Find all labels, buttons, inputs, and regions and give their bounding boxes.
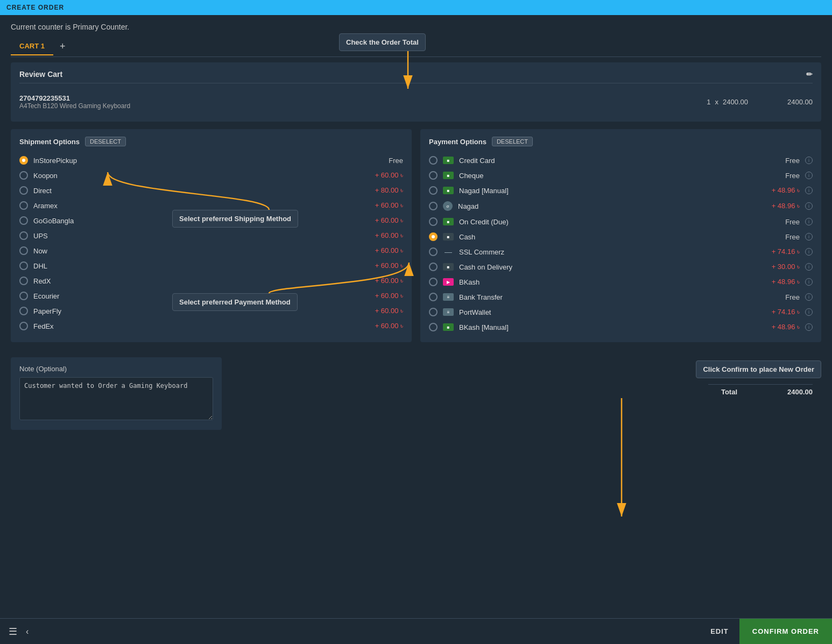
- payment-radio-10[interactable]: [429, 308, 438, 316]
- shipment-option-row[interactable]: RedX+ 60.00 ৳: [19, 273, 403, 288]
- review-cart-panel: Review Cart ✏ 2704792235531 A4Tech B120 …: [11, 62, 821, 122]
- options-grid: Shipment Options DESELECT InStorePickupF…: [11, 129, 821, 342]
- cart-item-name: A4Tech B120 Wired Gaming Keyboard: [19, 102, 696, 110]
- payment-option-row[interactable]: —SSL Commerz+ 74.16 ৳i: [429, 244, 813, 259]
- payment-option-row[interactable]: ■ChequeFreei: [429, 168, 813, 183]
- shipment-option-price: + 60.00 ৳: [375, 322, 403, 330]
- payment-option-row[interactable]: σNagad+ 48.96 ৳i: [429, 198, 813, 214]
- shipment-radio-0[interactable]: [19, 156, 28, 165]
- payment-option-price: + 48.96 ৳: [772, 202, 800, 210]
- shipment-option-price: + 60.00 ৳: [375, 261, 403, 270]
- payment-option-row[interactable]: ■On Credit (Due)Freei: [429, 214, 813, 229]
- payment-option-label: BKash [Manual]: [459, 323, 766, 331]
- payment-option-price: Free: [785, 157, 800, 165]
- payment-info-icon[interactable]: i: [805, 323, 813, 331]
- payment-option-price: + 74.16 ৳: [772, 308, 800, 316]
- payment-info-icon[interactable]: i: [805, 248, 813, 256]
- shipment-radio-5[interactable]: [19, 231, 28, 240]
- confirm-order-button[interactable]: CONFIRM ORDER: [739, 619, 832, 644]
- note-label: Note (Optional): [19, 365, 213, 373]
- payment-option-row[interactable]: ≡Bank TransferFreei: [429, 289, 813, 305]
- back-icon[interactable]: ‹: [26, 627, 29, 636]
- payment-radio-0[interactable]: [429, 156, 438, 165]
- shipment-option-label: Koopon: [33, 172, 370, 180]
- payment-radio-6[interactable]: [429, 247, 438, 256]
- payment-option-row[interactable]: ■Credit CardFreei: [429, 153, 813, 168]
- payment-radio-7[interactable]: [429, 263, 438, 271]
- payment-icon-gray: ≡: [443, 293, 454, 301]
- payment-info-icon[interactable]: i: [805, 293, 813, 301]
- payment-info-icon[interactable]: i: [805, 308, 813, 316]
- shipment-radio-3[interactable]: [19, 201, 28, 210]
- shipment-radio-1[interactable]: [19, 171, 28, 180]
- payment-option-price: + 48.96 ৳: [772, 186, 800, 195]
- edit-pencil-icon[interactable]: ✏: [806, 70, 813, 79]
- shipment-radio-7[interactable]: [19, 261, 28, 270]
- shipment-option-row[interactable]: InStorePickupFree: [19, 153, 403, 168]
- payment-options-section: Payment Options DESELECT ■Credit CardFre…: [420, 129, 821, 342]
- payment-option-label: Cash on Delivery: [459, 263, 766, 271]
- hamburger-icon[interactable]: ☰: [9, 626, 17, 638]
- shipment-deselect-button[interactable]: DESELECT: [85, 137, 126, 146]
- shipment-radio-8[interactable]: [19, 277, 28, 285]
- payment-info-icon[interactable]: i: [805, 263, 813, 271]
- payment-option-row[interactable]: ≡PortWallet+ 74.16 ৳i: [429, 305, 813, 320]
- shipment-option-row[interactable]: Koopon+ 60.00 ৳: [19, 168, 403, 183]
- payment-option-row[interactable]: ■Nagad [Manual]+ 48.96 ৳i: [429, 183, 813, 198]
- payment-radio-8[interactable]: [429, 278, 438, 286]
- shipment-option-row[interactable]: UPS+ 60.00 ৳: [19, 228, 403, 243]
- payment-option-price: Free: [785, 218, 800, 226]
- tab-add[interactable]: +: [53, 37, 72, 56]
- payment-option-price: + 48.96 ৳: [772, 278, 800, 286]
- shipment-radio-4[interactable]: [19, 216, 28, 225]
- shipment-option-row[interactable]: Direct+ 80.00 ৳: [19, 183, 403, 198]
- shipment-radio-6[interactable]: [19, 246, 28, 255]
- payment-info-icon[interactable]: i: [805, 172, 813, 179]
- payment-radio-2[interactable]: [429, 186, 438, 195]
- payment-radio-3[interactable]: [429, 202, 438, 210]
- shipment-radio-10[interactable]: [19, 307, 28, 315]
- shipment-radio-11[interactable]: [19, 322, 28, 330]
- payment-options-header: Payment Options DESELECT: [429, 137, 813, 146]
- payment-info-icon[interactable]: i: [805, 157, 813, 164]
- tab-cart1[interactable]: CART 1: [11, 38, 53, 55]
- payment-icon-green: ■: [443, 218, 454, 225]
- shipment-options-title: Shipment Options: [19, 138, 80, 146]
- shipment-radio-9[interactable]: [19, 292, 28, 300]
- shipment-option-row[interactable]: Now+ 60.00 ৳: [19, 243, 403, 258]
- edit-button[interactable]: EDIT: [700, 619, 739, 644]
- main-content: Current counter is Primary Counter. CART…: [0, 15, 832, 462]
- payment-info-icon[interactable]: i: [805, 278, 813, 286]
- note-section: Note (Optional): [11, 357, 222, 430]
- payment-info-icon[interactable]: i: [805, 202, 813, 210]
- payment-option-row[interactable]: ■Cash on Delivery+ 30.00 ৳i: [429, 259, 813, 274]
- shipment-option-label: RedX: [33, 277, 370, 285]
- payment-deselect-button[interactable]: DESELECT: [492, 137, 533, 146]
- payment-option-label: Nagad: [458, 202, 766, 210]
- shipment-radio-2[interactable]: [19, 186, 28, 195]
- payment-option-row[interactable]: ■CashFreei: [429, 229, 813, 244]
- payment-info-icon[interactable]: i: [805, 233, 813, 240]
- payment-info-icon[interactable]: i: [805, 218, 813, 225]
- payment-radio-1[interactable]: [429, 171, 438, 180]
- shipment-option-label: UPS: [33, 232, 370, 240]
- payment-option-row[interactable]: ▶BKash+ 48.96 ৳i: [429, 274, 813, 289]
- payment-option-price: Free: [785, 172, 800, 180]
- payment-radio-11[interactable]: [429, 323, 438, 331]
- payment-option-row[interactable]: ■BKash [Manual]+ 48.96 ৳i: [429, 320, 813, 335]
- payment-radio-9[interactable]: [429, 293, 438, 301]
- payment-option-label: Cash: [459, 233, 780, 241]
- shipment-option-row[interactable]: DHL+ 60.00 ৳: [19, 258, 403, 273]
- payment-info-icon[interactable]: i: [805, 187, 813, 194]
- payment-option-price: Free: [785, 233, 800, 241]
- shipment-option-row[interactable]: FedEx+ 60.00 ৳: [19, 319, 403, 334]
- payment-option-label: Credit Card: [459, 157, 780, 165]
- payment-radio-5[interactable]: [429, 232, 438, 241]
- note-textarea[interactable]: [19, 377, 213, 420]
- payment-options-title: Payment Options: [429, 138, 486, 146]
- payment-icon-green: ■: [443, 172, 454, 179]
- payment-radio-4[interactable]: [429, 217, 438, 226]
- payment-icon-green: ■: [443, 323, 454, 331]
- cart-item-info: 2704792235531 A4Tech B120 Wired Gaming K…: [19, 94, 696, 110]
- shipment-option-price: + 60.00 ৳: [375, 201, 403, 210]
